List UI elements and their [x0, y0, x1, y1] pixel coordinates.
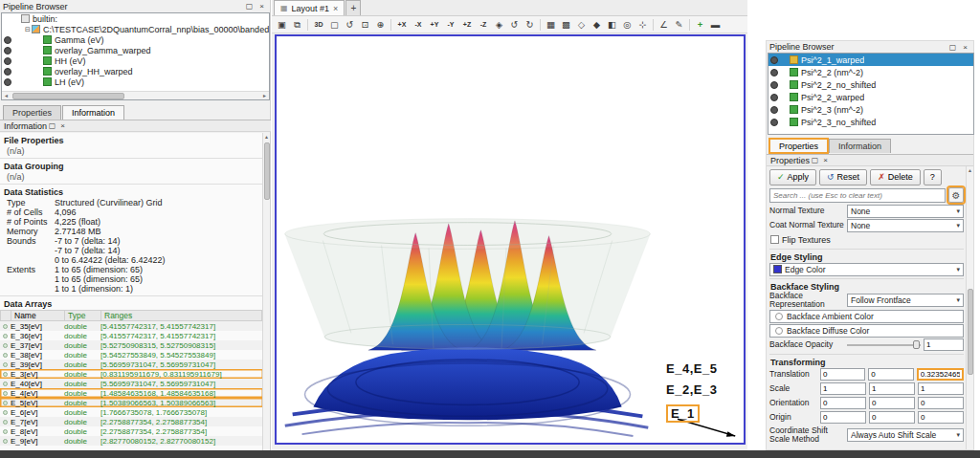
expander-icon[interactable]: ⊟ — [24, 26, 32, 33]
edge-color-dropdown[interactable]: Edge Color ▾ — [769, 263, 964, 276]
float-panel-icon[interactable]: ▢ — [244, 1, 255, 11]
vertical-scrollbar[interactable]: ▲ — [966, 166, 973, 449]
view-minus-z-icon[interactable]: -Z — [476, 17, 491, 32]
pipeline-item[interactable]: ⊟ C:\TESTCASE\2DQuantumCorral_nnp\bias_0… — [2, 24, 269, 34]
visibility-toggle-icon[interactable] — [770, 81, 778, 89]
E_3[eV][interactable]: E_3[eV] double [0.831195911679, 0.831195… — [0, 369, 263, 379]
apply-button[interactable]: ✓ Apply — [769, 169, 816, 185]
search-input[interactable] — [769, 188, 946, 203]
normal-texture-dropdown[interactable]: None ▾ — [847, 205, 964, 218]
save-screenshot-icon[interactable]: ▣ — [275, 17, 289, 32]
translation-z-input[interactable] — [917, 368, 964, 381]
capture-view-icon[interactable]: ⧉ — [290, 17, 304, 32]
origin-y-input[interactable] — [869, 411, 915, 424]
select-cells-polygon-icon[interactable]: ◇ — [574, 17, 589, 32]
backface-diffuse-color-button[interactable]: Backface Diffuse Color — [769, 324, 964, 338]
view-plus-z-icon[interactable]: +Z — [459, 17, 475, 32]
gear-icon[interactable]: ⚙ — [948, 187, 964, 203]
toolbar-separator[interactable] — [653, 19, 654, 31]
rotate-90-ccw-icon[interactable]: ↺ — [507, 17, 522, 32]
adjust-camera-icon[interactable]: ▢ — [327, 17, 342, 32]
backface-representation-dropdown[interactable]: Follow Frontface ▾ — [847, 294, 964, 307]
close-panel-icon[interactable]: × — [820, 155, 831, 165]
slider-thumb[interactable] — [913, 340, 920, 349]
float-panel-icon[interactable]: ▢ — [810, 155, 820, 165]
isometric-view-icon[interactable]: ◈ — [492, 17, 506, 32]
pipeline-item[interactable]: builtin: — [2, 13, 269, 24]
close-panel-icon[interactable]: × — [960, 42, 970, 53]
pipeline-item[interactable]: Psi^2_1_warped — [768, 54, 973, 66]
visibility-toggle-icon[interactable] — [770, 119, 778, 126]
backface-opacity-input[interactable] — [924, 338, 964, 351]
translation-y-input[interactable] — [868, 368, 913, 381]
tab-properties[interactable]: Properties — [769, 139, 828, 153]
visibility-toggle-icon[interactable] — [4, 47, 11, 55]
visibility-toggle-icon[interactable] — [4, 57, 11, 65]
toolbar-separator[interactable] — [689, 19, 690, 31]
view-plus-x-icon[interactable]: +X — [394, 17, 410, 32]
E_38[eV][interactable]: E_38[eV] double [5.54527553849, 5.545275… — [0, 350, 263, 360]
visibility-toggle-icon[interactable] — [4, 36, 11, 44]
visibility-toggle-icon[interactable] — [770, 56, 778, 64]
add-tab-button[interactable]: + — [345, 0, 361, 15]
orientation-x-input[interactable] — [820, 397, 866, 409]
interactive-select-cells-icon[interactable]: ◎ — [620, 17, 635, 32]
E_40[eV][interactable]: E_40[eV] double [5.56959731047, 5.569597… — [0, 379, 263, 388]
E_36[eV][interactable]: E_36[eV] double [5.41557742317, 5.415577… — [0, 331, 263, 340]
select-cells-rectangle-icon[interactable]: ▦ — [544, 17, 558, 32]
scale-x-input[interactable] — [820, 382, 866, 395]
close-panel-icon[interactable]: × — [57, 120, 68, 131]
close-tab-icon[interactable]: × — [333, 4, 338, 13]
scroll-right-icon[interactable]: ► — [260, 93, 269, 98]
scale-z-input[interactable] — [918, 382, 964, 395]
visibility-toggle-icon[interactable] — [4, 68, 11, 76]
toolbar-separator[interactable] — [390, 19, 391, 31]
vertical-scrollbar[interactable]: ▲ — [262, 133, 270, 450]
scroll-left-icon[interactable]: ◄ — [2, 93, 11, 98]
pipeline-item[interactable]: LH (eV) — [2, 76, 269, 87]
column-type[interactable]: Type — [65, 311, 101, 320]
delete-button[interactable]: ✗ Delete — [870, 169, 921, 185]
horizontal-scrollbar[interactable]: ◄ ► — [2, 91, 269, 99]
select-points-polygon-icon[interactable]: ◆ — [590, 17, 604, 32]
float-panel-icon[interactable]: ▢ — [47, 120, 57, 131]
scale-y-input[interactable] — [869, 382, 915, 395]
add-view-icon[interactable]: + — [693, 17, 707, 32]
reset-button[interactable]: ↺ Reset — [819, 169, 867, 185]
tab-layout-1[interactable]: ▦ Layout #1 × — [274, 0, 345, 15]
toolbar-separator[interactable] — [307, 19, 308, 31]
view-minus-y-icon[interactable]: -Y — [443, 17, 458, 32]
E_37[eV][interactable]: E_37[eV] double [5.52750908315, 5.527509… — [0, 340, 263, 350]
backface-opacity-slider[interactable] — [847, 338, 921, 351]
help-button[interactable]: ? — [924, 169, 942, 185]
visibility-toggle-icon[interactable] — [770, 69, 778, 76]
E_4[eV][interactable]: E_4[eV] double [1.48584635168, 1.4858463… — [0, 388, 263, 398]
E_7[eV][interactable]: E_7[eV] double [2.2758877354, 2.27588773… — [0, 417, 263, 426]
scroll-up-icon[interactable]: ▲ — [968, 166, 972, 174]
tab-properties[interactable]: Properties — [3, 105, 61, 120]
pipeline-item[interactable]: Psi^2_3 (nm^-2) — [768, 103, 973, 116]
translation-x-input[interactable] — [820, 368, 865, 381]
measurement-icon[interactable]: ∠ — [657, 17, 671, 32]
select-points-rectangle-icon[interactable]: ▩ — [559, 17, 573, 32]
E_6[eV][interactable]: E_6[eV] double [1.7666735078, 1.76667350… — [0, 407, 263, 417]
orientation-y-input[interactable] — [869, 397, 915, 409]
scrollbar-thumb[interactable] — [968, 289, 973, 375]
column-name[interactable]: Name — [11, 311, 65, 320]
flip-textures-checkbox[interactable] — [770, 235, 779, 244]
origin-x-input[interactable] — [820, 411, 866, 424]
render-viewport[interactable]: E_4,E_5 E_2,E_3 E_1 — [275, 34, 746, 445]
visibility-toggle-icon[interactable] — [4, 78, 11, 86]
E_5[eV][interactable]: E_5[eV] double [1.50389066563, 1.5038906… — [0, 398, 263, 407]
annotation-icon[interactable]: ✎ — [672, 17, 686, 32]
tab-information[interactable]: Information — [829, 139, 891, 153]
coat-normal-texture-dropdown[interactable]: None ▾ — [847, 219, 964, 232]
pipeline-item[interactable]: Psi^2_3_no_shifted — [768, 116, 973, 128]
pipeline-item[interactable]: Psi^2_2_no_shifted — [768, 78, 973, 91]
zoom-closest-icon[interactable]: ⊕ — [373, 17, 388, 32]
pipeline-item[interactable]: overlay_HH_warped — [2, 66, 269, 76]
float-panel-icon[interactable]: ▢ — [947, 42, 958, 53]
E_35[eV][interactable]: E_35[eV] double [5.41557742317, 5.415577… — [0, 321, 263, 331]
orientation-z-input[interactable] — [918, 397, 964, 409]
rotate-90-cw-icon[interactable]: ↻ — [523, 17, 537, 32]
